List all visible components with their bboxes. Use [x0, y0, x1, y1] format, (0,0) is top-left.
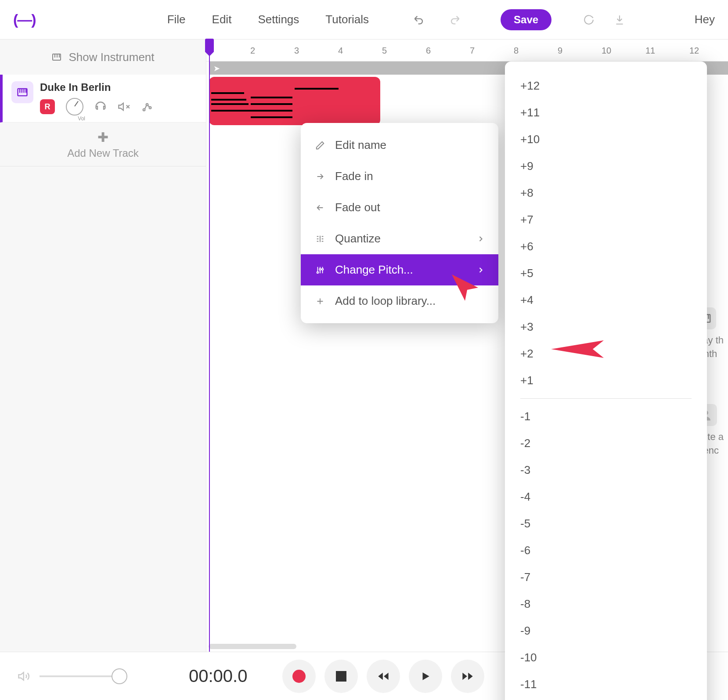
time-display: 00:00.0 — [189, 666, 247, 686]
midi-note — [295, 88, 339, 90]
stop-button[interactable] — [324, 660, 358, 693]
volume-knob[interactable]: Vol — [66, 98, 83, 115]
volume-handle[interactable] — [112, 668, 127, 684]
ctx-quantize[interactable]: Quantize — [301, 223, 498, 254]
pitch-minus-5[interactable]: -5 — [520, 510, 692, 537]
pitch-minus-11[interactable]: -11 — [520, 671, 692, 698]
headphones-icon[interactable] — [94, 101, 107, 113]
pitch-minus-6[interactable]: -6 — [520, 537, 692, 564]
pitch-minus-2[interactable]: -2 — [520, 430, 692, 457]
ruler-tick: 3 — [294, 45, 299, 55]
pitch-plus-4[interactable]: +4 — [520, 287, 692, 314]
record-button[interactable] — [282, 660, 316, 693]
menu-edit[interactable]: Edit — [212, 13, 232, 26]
ctx-edit-name[interactable]: Edit name — [301, 130, 498, 161]
plus-icon: ✚ — [97, 130, 108, 145]
vol-label: Vol — [78, 115, 85, 122]
track-content: Duke In Berlin R Vol — [40, 81, 197, 115]
pitch-plus-5[interactable]: +5 — [520, 260, 692, 287]
pitch-plus-1[interactable]: +1 — [520, 367, 692, 394]
play-button[interactable] — [409, 660, 442, 693]
midi-clip[interactable] — [209, 77, 380, 125]
menu-tutorials[interactable]: Tutorials — [325, 13, 369, 26]
pitch-plus-2[interactable]: +2 — [520, 340, 692, 367]
arrow-right-icon — [314, 170, 326, 183]
pitch-plus-6[interactable]: +6 — [520, 233, 692, 260]
record-dot-icon — [292, 670, 306, 683]
pitch-minus-10[interactable]: -10 — [520, 644, 692, 671]
pitch-minus-12[interactable]: -12 — [520, 698, 692, 700]
add-track-button[interactable]: ✚ Add New Track — [0, 123, 206, 166]
pencil-icon — [314, 139, 326, 152]
plus-icon — [314, 295, 326, 307]
pitch-minus-7[interactable]: -7 — [520, 564, 692, 591]
ctx-fade-out[interactable]: Fade out — [301, 192, 498, 223]
top-right-icons — [582, 13, 626, 26]
ruler-tick: 5 — [382, 45, 387, 55]
ruler-tick: 7 — [470, 45, 475, 55]
stop-icon — [336, 671, 346, 682]
midi-note — [211, 110, 251, 112]
ctx-change-pitch[interactable]: Change Pitch... — [301, 254, 498, 285]
automation-icon[interactable] — [141, 101, 153, 113]
track-instrument-icon — [11, 81, 33, 103]
pitch-minus-3[interactable]: -3 — [520, 457, 692, 484]
playhead[interactable] — [209, 40, 210, 652]
track-name: Duke In Berlin — [40, 81, 197, 94]
fast-forward-button[interactable] — [451, 660, 484, 693]
pitch-plus-9[interactable]: +9 — [520, 153, 692, 180]
pitch-minus-1[interactable]: -1 — [520, 403, 692, 430]
save-button[interactable]: Save — [501, 9, 551, 30]
ruler-tick: 9 — [558, 45, 562, 55]
pitch-plus-11[interactable]: +11 — [520, 99, 692, 126]
menu-items: File Edit Settings Tutorials — [167, 13, 369, 26]
undo-button[interactable] — [413, 13, 426, 26]
piano-icon — [51, 52, 62, 62]
ctx-add-loop-label: Add to loop library... — [335, 294, 436, 308]
ctx-fade-in[interactable]: Fade in — [301, 161, 498, 192]
midi-note — [251, 97, 292, 98]
ctx-edit-name-label: Edit name — [335, 138, 386, 152]
pitch-plus-10[interactable]: +10 — [520, 126, 692, 153]
timeline-ruler[interactable]: 2 3 4 5 6 7 8 9 10 11 12 — [206, 40, 728, 61]
sidebar: Show Instrument Duke In Berlin R Vol — [0, 40, 206, 652]
menu-settings[interactable]: Settings — [258, 13, 299, 26]
pitch-divider — [520, 398, 692, 399]
transport-buttons — [282, 660, 484, 693]
ctx-add-loop[interactable]: Add to loop library... — [301, 285, 498, 317]
midi-note — [211, 103, 249, 105]
record-arm-badge[interactable]: R — [40, 99, 55, 114]
undo-redo-group — [413, 13, 461, 26]
redo-button[interactable] — [448, 13, 461, 26]
chevron-right-icon — [476, 235, 485, 243]
ctx-change-pitch-label: Change Pitch... — [335, 263, 413, 277]
play-arrow-icon: ➤ — [213, 64, 220, 73]
pitch-minus-9[interactable]: -9 — [520, 617, 692, 644]
master-volume-section — [18, 670, 127, 683]
midi-note — [211, 99, 246, 101]
volume-slider[interactable] — [40, 675, 127, 677]
arrow-left-icon — [314, 202, 326, 214]
svg-point-3 — [146, 104, 148, 106]
scrollbar-thumb[interactable] — [209, 644, 296, 649]
timeline-area[interactable]: 2 3 4 5 6 7 8 9 10 11 12 ➤ — [206, 40, 728, 652]
ruler-tick: 11 — [645, 45, 655, 55]
download-icon[interactable] — [613, 13, 626, 26]
track-row[interactable]: Duke In Berlin R Vol — [0, 75, 206, 123]
playhead-marker[interactable] — [205, 39, 214, 52]
mute-icon[interactable] — [118, 101, 130, 113]
pitch-minus-4[interactable]: -4 — [520, 484, 692, 510]
pitch-plus-7[interactable]: +7 — [520, 206, 692, 233]
menu-file[interactable]: File — [167, 13, 186, 26]
pitch-plus-3[interactable]: +3 — [520, 314, 692, 340]
logo: (—) — [13, 11, 36, 28]
refresh-icon[interactable] — [582, 13, 595, 26]
ctx-quantize-label: Quantize — [335, 232, 381, 245]
rewind-button[interactable] — [367, 660, 400, 693]
ruler-tick: 10 — [602, 45, 611, 55]
pitch-minus-8[interactable]: -8 — [520, 591, 692, 617]
show-instrument-button[interactable]: Show Instrument — [0, 40, 206, 75]
pitch-plus-8[interactable]: +8 — [520, 180, 692, 206]
top-bar: (—) File Edit Settings Tutorials Save He… — [0, 0, 728, 40]
pitch-plus-12[interactable]: +12 — [520, 72, 692, 99]
